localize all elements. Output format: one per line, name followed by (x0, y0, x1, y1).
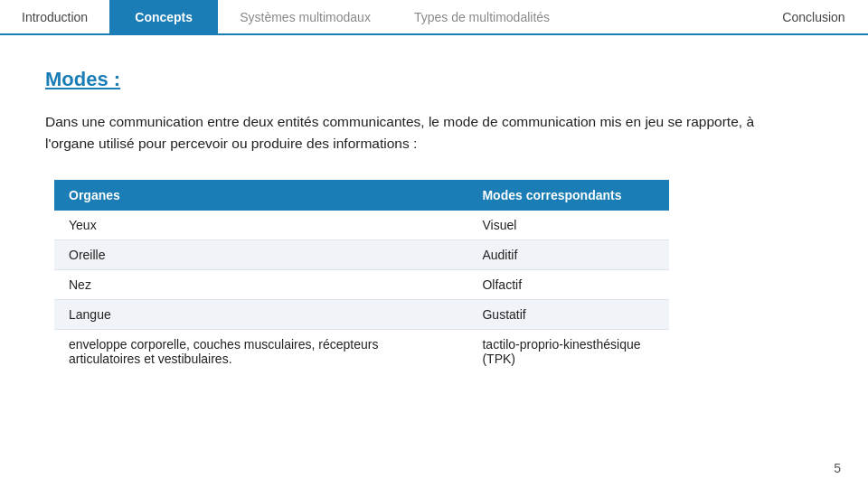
navbar: Introduction Concepts Systèmes multimoda… (0, 0, 868, 35)
table-row: YeuxVisuel (54, 211, 669, 240)
nav-item-conclusion[interactable]: Conclusion (760, 0, 868, 33)
intro-text: Dans une communication entre deux entité… (45, 111, 787, 155)
table-row: OreilleAuditif (54, 240, 669, 270)
table-row: LangueGustatif (54, 300, 669, 330)
table-row: NezOlfactif (54, 270, 669, 300)
nav-item-systemes[interactable]: Systèmes multimodaux (218, 0, 392, 33)
nav-item-concepts[interactable]: Concepts (109, 0, 218, 33)
cell-organe: Langue (54, 300, 467, 330)
cell-mode: Visuel (467, 211, 669, 240)
cell-organe: enveloppe corporelle, couches musculaire… (54, 330, 467, 374)
modes-table: Organes Modes correspondants YeuxVisuelO… (54, 180, 669, 373)
nav-spacer (571, 0, 760, 33)
table-row: enveloppe corporelle, couches musculaire… (54, 330, 669, 374)
cell-mode: Gustatif (467, 300, 669, 330)
section-title: Modes : (45, 68, 823, 91)
cell-organe: Yeux (54, 211, 467, 240)
cell-organe: Nez (54, 270, 467, 300)
page-number: 5 (834, 461, 841, 475)
nav-item-types[interactable]: Types de multimodalités (392, 0, 571, 33)
col-header-modes: Modes correspondants (467, 180, 669, 211)
cell-mode: Auditif (467, 240, 669, 270)
cell-organe: Oreille (54, 240, 467, 270)
main-content: Modes : Dans une communication entre deu… (0, 35, 868, 391)
col-header-organes: Organes (54, 180, 467, 211)
nav-item-introduction[interactable]: Introduction (0, 0, 109, 33)
table-header-row: Organes Modes correspondants (54, 180, 669, 211)
cell-mode: Olfactif (467, 270, 669, 300)
cell-mode: tactilo-proprio-kinesthésique (TPK) (467, 330, 669, 374)
